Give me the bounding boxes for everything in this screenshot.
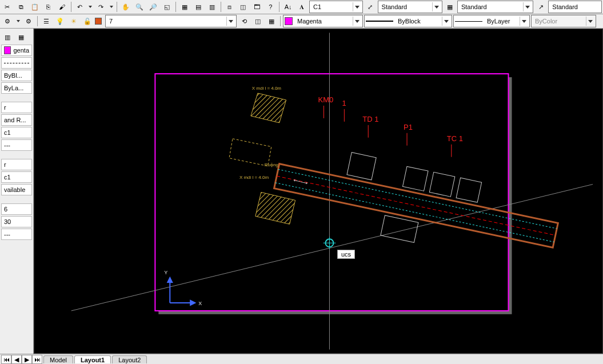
svg-text:1: 1: [342, 99, 346, 107]
table-style-value: Standard: [459, 3, 523, 10]
panel-icon-a[interactable]: ▥: [1, 31, 14, 43]
separator: [71, 2, 71, 12]
svg-text:KM0: KM0: [318, 95, 334, 104]
prop-row-andr[interactable]: and R...: [1, 114, 32, 126]
svg-text:Y: Y: [164, 270, 167, 275]
svg-text:X: X: [198, 301, 202, 306]
layer-state-icon[interactable]: ◫: [251, 15, 264, 27]
color-swatch: [285, 17, 293, 25]
help-icon[interactable]: ?: [264, 1, 277, 13]
plotstyle-combo[interactable]: ByColor: [531, 15, 596, 27]
text-tool-icon[interactable]: 𝐀: [295, 1, 308, 13]
prop-row-c1[interactable]: c1: [1, 127, 32, 138]
tool-palette-icon[interactable]: ▥: [206, 1, 218, 13]
match-prop-icon[interactable]: 🖌: [56, 1, 69, 13]
undo-dropdown[interactable]: [87, 4, 93, 10]
undo-icon[interactable]: ↶: [74, 1, 86, 13]
text-style-icon[interactable]: A↓: [282, 1, 294, 13]
svg-text:TD 1: TD 1: [362, 115, 378, 123]
tab-next-icon[interactable]: ▶: [22, 355, 32, 364]
layer-props-icon[interactable]: ☰: [40, 15, 53, 27]
dim-style-combo[interactable]: Standard: [378, 1, 443, 13]
chevron-down-icon[interactable]: [523, 2, 532, 11]
copy-prop-icon[interactable]: ⎘: [42, 1, 55, 13]
gear-icon[interactable]: ⚙: [1, 15, 14, 27]
prop-row-dash[interactable]: ---: [1, 139, 32, 151]
prop-linetype[interactable]: [1, 57, 32, 69]
panel-icon-b[interactable]: ▦: [15, 31, 27, 43]
chevron-down-icon[interactable]: [353, 2, 361, 11]
separator: [279, 2, 279, 12]
separator: [117, 2, 117, 12]
prop-row-avail[interactable]: vailable: [1, 184, 32, 195]
prop-color-val: genta: [13, 47, 29, 54]
tab-first-icon[interactable]: ⏮: [1, 355, 11, 364]
scissors-icon[interactable]: ✂: [1, 1, 14, 13]
chevron-down-icon[interactable]: [586, 17, 594, 26]
layout-tabs: ⏮ ◀ ▶ ⏭ Model Layout1 Layout2: [0, 354, 603, 364]
calc-icon[interactable]: 🗔: [250, 1, 263, 13]
layer-color-swatch: [95, 18, 102, 25]
prop-row-dash2[interactable]: ---: [1, 229, 32, 240]
plotstyle-value: ByColor: [533, 18, 586, 25]
text-style-combo[interactable]: C1: [309, 1, 363, 13]
tab-layout1[interactable]: Layout1: [74, 355, 111, 363]
sheet-icon[interactable]: ⧈: [223, 1, 236, 13]
layer-value: 7: [107, 18, 226, 25]
layer-combo[interactable]: 7: [105, 15, 237, 27]
redo-dropdown[interactable]: [109, 4, 114, 10]
properties-panel: ▥ ▦ genta ByBl... ByLa... r and R... c1 …: [0, 29, 34, 354]
prop-row-r2[interactable]: r: [1, 159, 32, 170]
svg-text:P1: P1: [404, 123, 413, 131]
svg-text:TC 1: TC 1: [447, 134, 463, 143]
copy-icon[interactable]: ⧉: [15, 1, 27, 13]
chevron-down-icon[interactable]: [432, 2, 441, 11]
chevron-down-icon[interactable]: [226, 17, 235, 26]
zoom-extents-icon[interactable]: ◱: [161, 1, 173, 13]
prop-ltype-val[interactable]: ByBl...: [1, 70, 32, 81]
layer-lock-icon[interactable]: 🔓: [81, 15, 94, 27]
prop-row-c1b[interactable]: c1: [1, 171, 32, 183]
gear-dropdown[interactable]: [15, 18, 21, 24]
drawing-canvas[interactable]: X Y ⟵⟶: [34, 29, 603, 354]
design-center-icon[interactable]: ▤: [192, 1, 205, 13]
paste-icon[interactable]: 📋: [29, 1, 41, 13]
redo-icon[interactable]: ↷: [94, 1, 107, 13]
lineweight-combo[interactable]: ByLayer: [453, 15, 530, 27]
color-combo[interactable]: Magenta: [283, 15, 363, 27]
prop-lweight[interactable]: ByLa...: [1, 82, 32, 94]
prop-row-6[interactable]: 6: [1, 203, 32, 215]
mleader-icon[interactable]: ↗: [534, 1, 547, 13]
chevron-down-icon[interactable]: [442, 17, 450, 26]
pan-icon[interactable]: ✋: [119, 1, 132, 13]
layer-prev-icon[interactable]: ⟲: [238, 15, 250, 27]
svg-rect-1: [155, 74, 508, 311]
tab-last-icon[interactable]: ⏭: [32, 355, 42, 364]
gear2-icon[interactable]: ⚙: [22, 15, 35, 27]
tab-model[interactable]: Model: [43, 355, 73, 363]
properties-icon[interactable]: ▦: [178, 1, 191, 13]
linetype-combo[interactable]: ByBlock: [364, 15, 452, 27]
linetype-value: ByBlock: [396, 18, 442, 25]
layer-iso-icon[interactable]: ▦: [265, 15, 278, 27]
table-style-combo[interactable]: Standard: [457, 1, 533, 13]
mleader-style-combo[interactable]: Standard: [548, 1, 602, 13]
chevron-down-icon[interactable]: [353, 17, 361, 26]
tab-layout2[interactable]: Layout2: [112, 355, 147, 363]
prop-row-80[interactable]: 30: [1, 216, 32, 227]
prop-row-r[interactable]: r: [1, 102, 32, 113]
layer-sun-icon[interactable]: ☀: [67, 15, 80, 27]
table-style-icon[interactable]: ▦: [444, 1, 456, 13]
lineweight-value: ByLayer: [485, 18, 520, 25]
dim-style-icon[interactable]: ⤢: [364, 1, 377, 13]
tab-prev-icon[interactable]: ◀: [11, 355, 22, 364]
chevron-down-icon[interactable]: [520, 17, 528, 26]
prop-color[interactable]: genta: [1, 45, 32, 56]
layer-bulb-icon[interactable]: 💡: [54, 15, 66, 27]
zoom-icon[interactable]: 🔍: [133, 1, 146, 13]
text-style-value: C1: [311, 3, 353, 10]
markup-icon[interactable]: ◫: [237, 1, 250, 13]
zoom-prev-icon[interactable]: 🔎: [147, 1, 159, 13]
svg-text:X mdi l = 4.0m: X mdi l = 4.0m: [239, 175, 269, 180]
layout-svg: X Y ⟵⟶: [34, 29, 602, 353]
